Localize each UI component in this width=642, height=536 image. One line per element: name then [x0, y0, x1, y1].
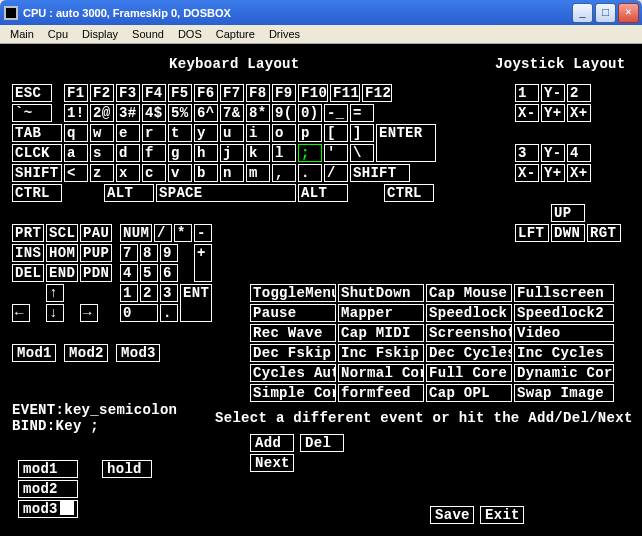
key-num6[interactable]: 6: [160, 264, 178, 282]
joy2-y-plus[interactable]: Y+: [541, 164, 565, 182]
menu-drives[interactable]: Drives: [262, 26, 307, 42]
toggle-mod3[interactable]: mod3: [18, 500, 78, 518]
key-numsub[interactable]: -: [194, 224, 212, 242]
key-f11[interactable]: F11: [330, 84, 360, 102]
key-g[interactable]: g: [168, 144, 192, 162]
key-y[interactable]: y: [194, 124, 218, 142]
key-n[interactable]: n: [220, 164, 244, 182]
key-delete[interactable]: DEL: [12, 264, 44, 282]
key-f5[interactable]: F5: [168, 84, 192, 102]
key-lshift[interactable]: SHIFT: [12, 164, 62, 182]
action-recwave[interactable]: Rec Wave: [250, 324, 336, 342]
key-f9[interactable]: F9: [272, 84, 296, 102]
key-end[interactable]: END: [46, 264, 78, 282]
menu-main[interactable]: Main: [3, 26, 41, 42]
minimize-button[interactable]: _: [572, 3, 593, 23]
key-i[interactable]: i: [246, 124, 270, 142]
key-numlock[interactable]: NUM: [120, 224, 152, 242]
key-capslock[interactable]: CLCK: [12, 144, 62, 162]
key-equals[interactable]: =: [350, 104, 374, 122]
key-pause[interactable]: PAU: [80, 224, 112, 242]
joy1-y-plus[interactable]: Y+: [541, 104, 565, 122]
joy2-button3[interactable]: 3: [515, 144, 539, 162]
action-decfskip[interactable]: Dec Fskip: [250, 344, 336, 362]
key-f6[interactable]: F6: [194, 84, 218, 102]
exit-button[interactable]: Exit: [480, 506, 524, 524]
key-o[interactable]: o: [272, 124, 296, 142]
key-num3[interactable]: 3: [160, 284, 178, 302]
key-num7[interactable]: 7: [120, 244, 138, 262]
action-incfskip[interactable]: Inc Fskip: [338, 344, 424, 362]
action-pause[interactable]: Pause: [250, 304, 336, 322]
joy1-button2[interactable]: 2: [567, 84, 591, 102]
key-h[interactable]: h: [194, 144, 218, 162]
nav-left[interactable]: LFT: [515, 224, 549, 242]
joy1-button1[interactable]: 1: [515, 84, 539, 102]
key-r[interactable]: r: [142, 124, 166, 142]
key-quote[interactable]: ': [324, 144, 348, 162]
key-pageup[interactable]: PUP: [80, 244, 112, 262]
key-lalt[interactable]: ALT: [104, 184, 154, 202]
action-screenshot[interactable]: Screenshot: [426, 324, 512, 342]
action-fullscreen[interactable]: Fullscreen: [514, 284, 614, 302]
key-ralt[interactable]: ALT: [298, 184, 348, 202]
key-slash[interactable]: /: [324, 164, 348, 182]
key-u[interactable]: u: [220, 124, 244, 142]
menu-dos[interactable]: DOS: [171, 26, 209, 42]
key-period[interactable]: .: [298, 164, 322, 182]
menu-display[interactable]: Display: [75, 26, 125, 42]
mod3-button[interactable]: Mod3: [116, 344, 160, 362]
toggle-mod2[interactable]: mod2: [18, 480, 78, 498]
action-simplecore[interactable]: Simple Core: [250, 384, 336, 402]
action-togglemenu[interactable]: ToggleMenu: [250, 284, 336, 302]
key-x[interactable]: x: [116, 164, 140, 182]
key-insert[interactable]: INS: [12, 244, 44, 262]
key-down-arrow[interactable]: ↓: [46, 304, 64, 322]
key-1[interactable]: 1!: [64, 104, 88, 122]
key-pagedown[interactable]: PDN: [80, 264, 112, 282]
mod2-button[interactable]: Mod2: [64, 344, 108, 362]
action-normalcore[interactable]: Normal Core: [338, 364, 424, 382]
action-deccycles[interactable]: Dec Cycles: [426, 344, 512, 362]
action-dynamiccore[interactable]: Dynamic Core: [514, 364, 614, 382]
key-comma[interactable]: ,: [272, 164, 296, 182]
key-space[interactable]: SPACE: [156, 184, 296, 202]
nav-up[interactable]: UP: [551, 204, 585, 222]
key-scrolllock[interactable]: SCL: [46, 224, 78, 242]
joy2-x-plus[interactable]: X+: [567, 164, 591, 182]
key-num9[interactable]: 9: [160, 244, 178, 262]
action-cyclesauto[interactable]: Cycles Auto: [250, 364, 336, 382]
key-numadd[interactable]: +: [194, 244, 212, 282]
key-d[interactable]: d: [116, 144, 140, 162]
key-semicolon[interactable]: ;: [298, 144, 322, 162]
key-home[interactable]: HOM: [46, 244, 78, 262]
key-f2[interactable]: F2: [90, 84, 114, 102]
key-5[interactable]: 5%: [168, 104, 192, 122]
key-left-arrow[interactable]: ←: [12, 304, 30, 322]
key-f10[interactable]: F10: [298, 84, 328, 102]
key-num0[interactable]: 0: [120, 304, 158, 322]
joy2-button4[interactable]: 4: [567, 144, 591, 162]
menu-sound[interactable]: Sound: [125, 26, 171, 42]
action-capopl[interactable]: Cap OPL: [426, 384, 512, 402]
key-b[interactable]: b: [194, 164, 218, 182]
key-9[interactable]: 9(: [272, 104, 296, 122]
key-2[interactable]: 2@: [90, 104, 114, 122]
key-3[interactable]: 3#: [116, 104, 140, 122]
key-tilde[interactable]: `~: [12, 104, 52, 122]
toggle-mod1[interactable]: mod1: [18, 460, 78, 478]
key-c[interactable]: c: [142, 164, 166, 182]
key-f8[interactable]: F8: [246, 84, 270, 102]
key-q[interactable]: q: [64, 124, 88, 142]
joy2-y-minus[interactable]: Y-: [541, 144, 565, 162]
menu-capture[interactable]: Capture: [209, 26, 262, 42]
key-p[interactable]: p: [298, 124, 322, 142]
key-6[interactable]: 6^: [194, 104, 218, 122]
key-a[interactable]: a: [64, 144, 88, 162]
action-speedlock2[interactable]: Speedlock2: [514, 304, 614, 322]
key-num8[interactable]: 8: [140, 244, 158, 262]
action-speedlock[interactable]: Speedlock: [426, 304, 512, 322]
key-l[interactable]: l: [272, 144, 296, 162]
action-swapimage[interactable]: Swap Image: [514, 384, 614, 402]
action-capmouse[interactable]: Cap Mouse: [426, 284, 512, 302]
